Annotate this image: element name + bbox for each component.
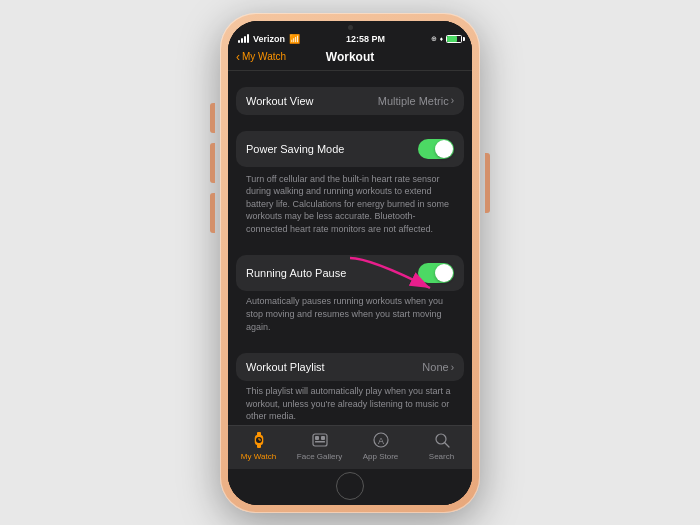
running-auto-pause-description: Automatically pauses running workouts wh… <box>246 295 454 333</box>
tab-my-watch[interactable]: My Watch <box>228 430 289 461</box>
power-saving-toggle[interactable] <box>418 139 454 159</box>
toggle-thumb <box>435 140 453 158</box>
workout-playlist-value: None › <box>422 361 454 373</box>
workout-playlist-row[interactable]: Workout Playlist None › <box>236 353 464 381</box>
search-icon <box>432 430 452 450</box>
nav-header: ‹ My Watch Workout <box>228 46 472 71</box>
location-icon: ⊕ <box>431 35 437 43</box>
status-bar: Verizon 📶 12:58 PM ⊕ ⬧ <box>228 30 472 46</box>
workout-view-value-text: Multiple Metric <box>378 95 449 107</box>
carrier-signal: Verizon 📶 <box>238 34 300 44</box>
power-saving-section: Power Saving Mode <box>236 131 464 167</box>
power-saving-row[interactable]: Power Saving Mode <box>236 131 464 167</box>
tab-bar: My Watch Face Gallery <box>228 425 472 469</box>
workout-playlist-section: Workout Playlist None › <box>236 353 464 381</box>
home-button[interactable] <box>336 472 364 500</box>
running-auto-pause-label: Running Auto Pause <box>246 267 346 279</box>
svg-line-14 <box>445 443 449 447</box>
svg-rect-8 <box>315 436 319 440</box>
svg-rect-10 <box>315 441 325 443</box>
tab-my-watch-label: My Watch <box>241 452 276 461</box>
playlist-chevron-icon: › <box>451 362 454 373</box>
settings-content: Workout View Multiple Metric › Power Sav… <box>228 71 472 425</box>
running-auto-pause-section: Running Auto Pause <box>236 255 464 291</box>
power-saving-desc-row: Turn off cellular and the built-in heart… <box>236 167 464 244</box>
wifi-icon: 📶 <box>289 34 300 44</box>
back-button[interactable]: ‹ My Watch <box>236 50 286 64</box>
svg-point-13 <box>436 434 446 444</box>
workout-view-chevron-icon: › <box>451 95 454 106</box>
back-chevron-icon: ‹ <box>236 50 240 64</box>
power-saving-label: Power Saving Mode <box>246 143 344 155</box>
svg-rect-2 <box>257 432 261 436</box>
svg-rect-3 <box>257 444 261 448</box>
workout-view-value: Multiple Metric › <box>378 95 454 107</box>
volume-down-button[interactable] <box>210 143 215 183</box>
volume-up-button[interactable] <box>210 103 215 133</box>
running-auto-pause-desc-container: Automatically pauses running workouts wh… <box>236 291 464 341</box>
signal-bars <box>238 34 249 43</box>
phone-frame: Verizon 📶 12:58 PM ⊕ ⬧ ‹ <box>220 13 480 513</box>
running-toggle-thumb <box>435 264 453 282</box>
back-label: My Watch <box>242 51 286 62</box>
tab-app-store-label: App Store <box>363 452 399 461</box>
carrier-label: Verizon <box>253 34 285 44</box>
svg-rect-9 <box>321 436 325 440</box>
battery-icon <box>446 35 462 43</box>
power-saving-description: Turn off cellular and the built-in heart… <box>246 173 454 236</box>
workout-view-section: Workout View Multiple Metric › <box>236 87 464 115</box>
my-watch-icon <box>249 430 269 450</box>
home-button-area <box>228 469 472 505</box>
running-auto-pause-row[interactable]: Running Auto Pause <box>236 255 464 291</box>
tab-face-gallery-label: Face Gallery <box>297 452 342 461</box>
svg-rect-7 <box>313 434 327 446</box>
nav-title: Workout <box>326 50 374 64</box>
tab-face-gallery[interactable]: Face Gallery <box>289 430 350 461</box>
workout-view-label: Workout View <box>246 95 313 107</box>
tab-search[interactable]: Search <box>411 430 472 461</box>
power-button[interactable] <box>485 153 490 213</box>
tab-app-store[interactable]: A App Store <box>350 430 411 461</box>
mute-button[interactable] <box>210 193 215 233</box>
phone-screen: Verizon 📶 12:58 PM ⊕ ⬧ ‹ <box>228 21 472 505</box>
face-gallery-icon <box>310 430 330 450</box>
status-time: 12:58 PM <box>346 34 385 44</box>
workout-view-row[interactable]: Workout View Multiple Metric › <box>236 87 464 115</box>
running-auto-pause-toggle[interactable] <box>418 263 454 283</box>
playlist-desc-container: This playlist will automatically play wh… <box>236 381 464 424</box>
bluetooth-icon: ⬧ <box>439 34 444 43</box>
workout-playlist-value-text: None <box>422 361 448 373</box>
workout-playlist-label: Workout Playlist <box>246 361 325 373</box>
playlist-description: This playlist will automatically play wh… <box>246 385 454 423</box>
tab-search-label: Search <box>429 452 454 461</box>
battery-fill <box>447 36 457 42</box>
status-icons: ⊕ ⬧ <box>431 34 462 43</box>
app-store-icon: A <box>371 430 391 450</box>
svg-text:A: A <box>377 436 383 446</box>
